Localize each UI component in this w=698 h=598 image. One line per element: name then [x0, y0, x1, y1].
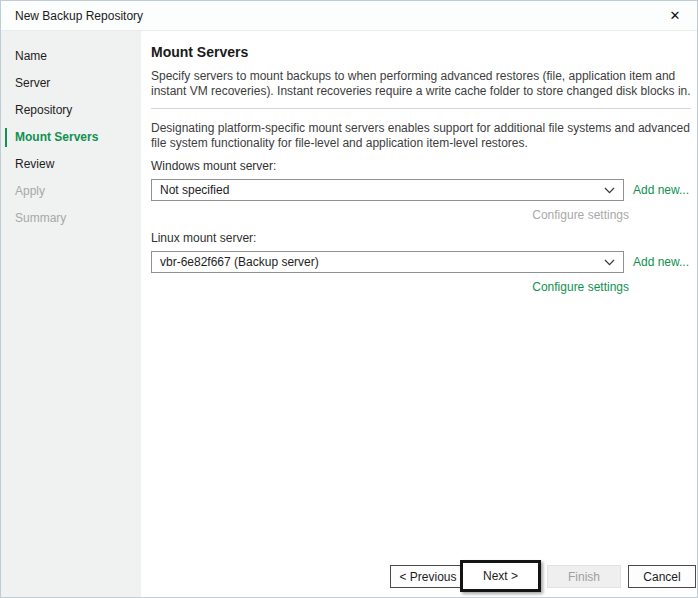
- wizard-page-mount-servers: Mount Servers Specify servers to mount b…: [141, 31, 697, 597]
- windows-mount-server-row: Not specified Add new...: [151, 179, 689, 201]
- chevron-down-icon: [597, 259, 623, 266]
- page-description: Specify servers to mount backups to when…: [151, 69, 693, 98]
- platform-note-text: Designating platform-specific mount serv…: [151, 121, 693, 150]
- linux-mount-server-select[interactable]: vbr-6e82f667 (Backup server): [151, 251, 624, 273]
- windows-mount-server-select[interactable]: Not specified: [151, 179, 624, 201]
- titlebar: New Backup Repository ✕: [1, 1, 697, 31]
- windows-add-new-link[interactable]: Add new...: [633, 183, 689, 197]
- sidebar-item-review[interactable]: Review: [1, 151, 141, 178]
- linux-mount-server-value: vbr-6e82f667 (Backup server): [152, 255, 597, 269]
- new-backup-repository-dialog: New Backup Repository ✕ Name Server Repo…: [0, 0, 698, 598]
- finish-button: Finish: [547, 565, 621, 588]
- linux-configure-settings-link[interactable]: Configure settings: [151, 280, 629, 294]
- sidebar-item-summary: Summary: [1, 205, 141, 232]
- page-title: Mount Servers: [151, 44, 689, 60]
- next-button[interactable]: Next >: [460, 560, 541, 592]
- windows-mount-server-value: Not specified: [152, 183, 597, 197]
- sidebar-item-apply: Apply: [1, 178, 141, 205]
- previous-button[interactable]: < Previous: [390, 565, 466, 588]
- cancel-button[interactable]: Cancel: [628, 565, 696, 588]
- linux-add-new-link[interactable]: Add new...: [633, 255, 689, 269]
- wizard-steps-sidebar: Name Server Repository Mount Servers Rev…: [1, 31, 141, 597]
- sidebar-item-name[interactable]: Name: [1, 43, 141, 70]
- linux-mount-server-row: vbr-6e82f667 (Backup server) Add new...: [151, 251, 689, 273]
- sidebar-item-server[interactable]: Server: [1, 70, 141, 97]
- sidebar-item-repository[interactable]: Repository: [1, 97, 141, 124]
- close-icon[interactable]: ✕: [665, 7, 685, 25]
- window-title: New Backup Repository: [15, 9, 143, 23]
- windows-mount-server-label: Windows mount server:: [151, 159, 689, 173]
- header-divider: [151, 108, 691, 109]
- sidebar-item-mount-servers[interactable]: Mount Servers: [1, 124, 141, 151]
- linux-mount-server-label: Linux mount server:: [151, 231, 689, 245]
- chevron-down-icon: [597, 187, 623, 194]
- windows-configure-settings-link: Configure settings: [151, 208, 629, 222]
